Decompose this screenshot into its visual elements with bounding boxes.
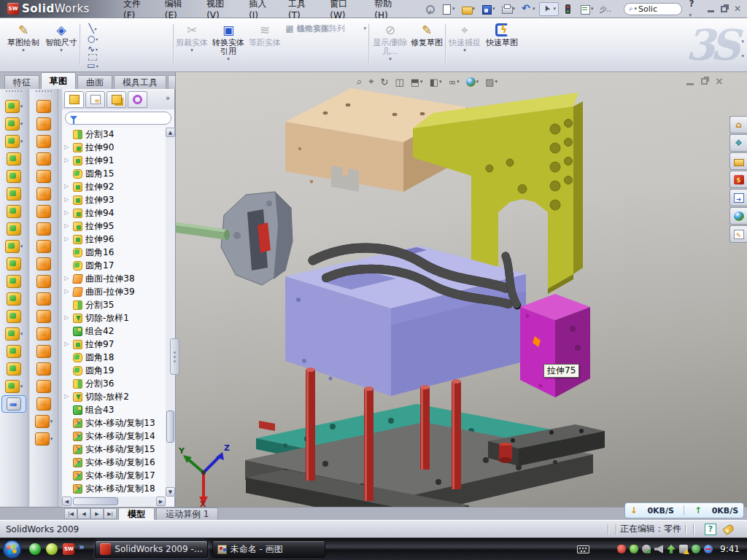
chevron-down-icon[interactable]: ▾ [20, 139, 23, 144]
feature-tool-button-move-copy-body[interactable] [0, 308, 28, 325]
chevron-down-icon[interactable]: ▾ [476, 79, 479, 85]
quick-launch-icon-messenger[interactable] [29, 543, 41, 555]
surface-tool-button-fillet-surface[interactable] [30, 273, 58, 290]
chevron-down-icon[interactable]: ▾ [363, 26, 366, 31]
feature-tool-button-extruded-boss[interactable]: ▾ [0, 98, 28, 115]
chevron-down-icon[interactable]: ▾ [635, 6, 638, 12]
toolbar-button-pin[interactable] [422, 3, 437, 15]
tab-dimxpertmanager[interactable] [128, 91, 147, 108]
part-side-block[interactable] [520, 294, 590, 397]
tree-item-曲面-拉伸39[interactable]: ▷ 曲面-拉伸39 [62, 285, 166, 298]
tree-item-实体-移动-复制14[interactable]: 实体-移动/复制14 [62, 429, 166, 443]
tree-item-拉伸96[interactable]: ▷ 拉伸96 [62, 233, 166, 246]
feature-tool-button-fillet[interactable]: ▾ [0, 133, 28, 150]
tree-item-拉伸94[interactable]: ▷ 拉伸94 [62, 206, 166, 219]
feature-tool-button-combine[interactable] [0, 290, 28, 308]
panel-splitter-handle[interactable] [170, 338, 179, 375]
tab-nav-button[interactable]: ▶| [104, 508, 117, 519]
feature-tool-button-hole-wizard[interactable] [0, 220, 28, 238]
surface-tool-button-surface-curve[interactable]: ▾ [30, 430, 58, 448]
close-button[interactable]: ✕ [734, 4, 741, 14]
feature-tool-button-linear-pattern[interactable]: ▾ [0, 238, 28, 255]
model-3d-view[interactable]: Y Z X [176, 72, 747, 508]
hud-button-view-settings[interactable]: ▨ ▾ [484, 76, 499, 88]
help-button[interactable]: ? ▾ [689, 0, 699, 19]
scroll-left-button[interactable]: ◀ [62, 497, 71, 506]
part-clamp-unit[interactable] [221, 192, 293, 285]
feature-tool-button-split[interactable] [0, 273, 28, 290]
tree-item-切除-放样1[interactable]: ▷ 切除-放样1 [62, 311, 166, 324]
entity-button-spline[interactable]: ∿ ▾ [82, 44, 104, 54]
tree-item-组合42[interactable]: 组合42 [62, 324, 166, 338]
quick-launch-icon-security[interactable] [46, 543, 58, 555]
surface-tool-button-filled-surface[interactable] [30, 378, 58, 395]
feature-tool-button-draft[interactable] [0, 203, 28, 220]
chevron-down-icon[interactable]: ▾ [439, 79, 442, 85]
tree-vertical-scrollbar[interactable]: ▲ ▼ [166, 128, 175, 497]
tree-item-分割36[interactable]: 分割36 [62, 377, 166, 390]
chevron-down-icon[interactable]: ▾ [513, 6, 516, 12]
start-button[interactable] [2, 540, 22, 559]
chevron-down-icon[interactable]: ▾ [96, 36, 98, 42]
chevron-down-icon[interactable]: ▾ [20, 244, 23, 249]
stack-tool-button-move-entities[interactable]: ⇄ 移动实体 ▾ [285, 21, 366, 36]
toolbar-button-open[interactable]: ▾ [459, 3, 478, 15]
expand-arrow-icon[interactable]: ▷ [64, 314, 69, 321]
expand-arrow-icon[interactable]: ▷ [64, 275, 69, 281]
entity-button-selection-box[interactable] [82, 54, 104, 61]
tree-item-拉伸95[interactable]: ▷ 拉伸95 [62, 219, 166, 233]
expand-arrow-icon[interactable]: ▷ [64, 157, 69, 163]
tray-icon-network[interactable] [679, 545, 688, 553]
quick-launch-icon-solidworks[interactable] [63, 543, 74, 555]
task-button-未命名-画图[interactable]: 未命名 - 画图 [212, 540, 325, 558]
doc-close-button[interactable]: × [715, 77, 724, 86]
toolbar-button-select[interactable]: ▾ [539, 2, 560, 16]
expand-arrow-icon[interactable]: ▷ [64, 236, 69, 242]
convert-entities-button[interactable]: ▣ 转换实体引用▾ [210, 21, 247, 69]
doc-minimize-button[interactable] [686, 83, 694, 85]
chevron-down-icon[interactable]: ▾ [495, 79, 498, 85]
expand-arrow-icon[interactable]: ▷ [64, 222, 69, 229]
toolbar-overflow-chevron[interactable]: ▾ [741, 39, 744, 44]
tree-item-实体-移动-复制15[interactable]: 实体-移动/复制15 [62, 443, 166, 456]
chevron-down-icon[interactable]: ▾ [96, 63, 98, 69]
toolbar-button-options[interactable]: ▾ [577, 3, 596, 15]
tab-nav-button[interactable]: ◀ [77, 508, 90, 519]
toolbar-button-undo[interactable]: ▾ [519, 3, 538, 15]
chevron-down-icon[interactable]: ▾ [591, 6, 594, 12]
surface-tool-button-dome[interactable] [30, 395, 58, 413]
surface-tool-button-surface-reference-geometry[interactable]: ▾ [30, 413, 58, 430]
feature-tool-button-instant-3d[interactable] [1, 395, 26, 413]
hud-button-view-orientation[interactable]: ⬒ ▾ [409, 76, 425, 88]
expand-arrow-icon[interactable]: ▷ [64, 288, 69, 295]
chevron-down-icon[interactable]: ▾ [420, 79, 423, 85]
tree-item-圆角17[interactable]: 圆角17 [62, 259, 166, 272]
surface-tool-button-trim-surface[interactable] [30, 325, 58, 343]
surface-tool-button-swept-surface[interactable] [30, 98, 58, 115]
chevron-down-icon[interactable]: ▾ [20, 384, 23, 389]
feature-tool-button-swept-boss[interactable] [0, 150, 28, 168]
toolbar-button-rebuild[interactable] [560, 3, 576, 15]
tree-item-实体-移动-复制18[interactable]: 实体-移动/复制18 [62, 482, 166, 495]
hud-button-previous-view[interactable]: ↻ [379, 76, 390, 88]
tray-icon-upload[interactable] [667, 545, 676, 553]
tree-item-切除-放样2[interactable]: ▷ 切除-放样2 [62, 390, 166, 403]
expand-arrow-icon[interactable]: ▷ [64, 144, 69, 150]
tab-模具工具[interactable]: 模具工具 [114, 75, 166, 89]
sketch-button[interactable]: ✎ 草图绘制▾ [4, 21, 42, 69]
tab-曲面[interactable]: 曲面 [77, 75, 112, 89]
toolbar-button-print[interactable]: ▾ [499, 3, 518, 15]
chevron-down-icon[interactable]: ▾ [20, 121, 23, 127]
tree-item-拉伸93[interactable]: ▷ 拉伸93 [62, 193, 166, 206]
hud-button-zoom-to-fit[interactable]: ⌕ [355, 75, 363, 88]
tab-草图[interactable]: 草图 [41, 72, 76, 89]
tray-icon-antivirus[interactable] [617, 545, 626, 553]
tree-item-圆角18[interactable]: 圆角18 [62, 351, 166, 364]
tab-configurationmanager[interactable] [107, 91, 126, 108]
expand-arrow-icon[interactable]: ▷ [64, 341, 69, 347]
chevron-down-icon[interactable]: ▾ [50, 419, 53, 424]
minimize-button[interactable] [708, 10, 714, 12]
feature-tool-button-rib[interactable] [0, 255, 28, 273]
quick-launch-chevron[interactable]: » [79, 542, 85, 552]
feature-tool-button-reference-geometry[interactable]: ▾ [0, 325, 28, 343]
